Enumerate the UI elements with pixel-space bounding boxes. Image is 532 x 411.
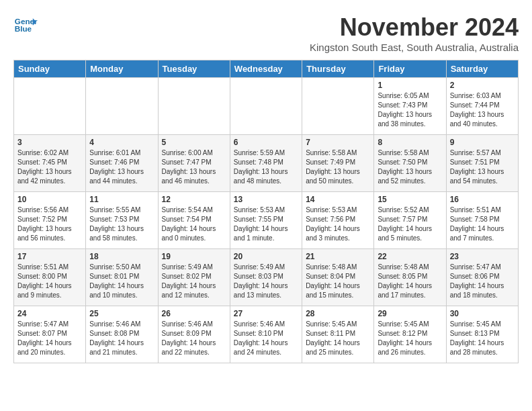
day-info: Sunrise: 5:46 AM Sunset: 8:08 PM Dayligh…	[89, 320, 154, 357]
calendar-table: SundayMondayTuesdayWednesdayThursdayFrid…	[13, 60, 519, 363]
calendar-cell: 10Sunrise: 5:56 AM Sunset: 7:52 PM Dayli…	[14, 192, 86, 249]
calendar-cell	[86, 78, 158, 135]
calendar-header-wednesday: Wednesday	[230, 60, 302, 78]
day-info: Sunrise: 5:59 AM Sunset: 7:48 PM Dayligh…	[234, 148, 298, 186]
calendar-week-row: 24Sunrise: 5:47 AM Sunset: 8:07 PM Dayli…	[14, 306, 519, 363]
location-subtitle: Kingston South East, South Australia, Au…	[310, 42, 519, 53]
page-header: General Blue November 2024 Kingston Sout…	[13, 13, 519, 53]
day-info: Sunrise: 5:51 AM Sunset: 8:00 PM Dayligh…	[17, 263, 82, 300]
calendar-cell: 17Sunrise: 5:51 AM Sunset: 8:00 PM Dayli…	[14, 249, 86, 306]
calendar-header-saturday: Saturday	[446, 60, 518, 78]
day-number: 12	[162, 195, 226, 204]
logo-icon: General Blue	[13, 13, 38, 38]
day-number: 29	[378, 309, 442, 318]
day-info: Sunrise: 5:47 AM Sunset: 8:06 PM Dayligh…	[450, 263, 515, 300]
day-number: 17	[17, 252, 82, 261]
calendar-cell: 29Sunrise: 5:45 AM Sunset: 8:12 PM Dayli…	[374, 306, 446, 363]
calendar-week-row: 3Sunrise: 6:02 AM Sunset: 7:45 PM Daylig…	[14, 135, 519, 192]
day-number: 28	[306, 309, 370, 318]
calendar-cell: 25Sunrise: 5:46 AM Sunset: 8:08 PM Dayli…	[86, 306, 158, 363]
day-number: 3	[17, 138, 82, 147]
title-section: November 2024 Kingston South East, South…	[310, 13, 519, 53]
day-number: 2	[450, 81, 515, 90]
day-info: Sunrise: 5:57 AM Sunset: 7:51 PM Dayligh…	[450, 148, 515, 186]
calendar-cell	[230, 78, 302, 135]
day-info: Sunrise: 5:56 AM Sunset: 7:52 PM Dayligh…	[17, 205, 82, 243]
day-number: 16	[450, 195, 515, 204]
calendar-cell	[14, 78, 86, 135]
calendar-cell	[302, 78, 374, 135]
day-info: Sunrise: 6:03 AM Sunset: 7:44 PM Dayligh…	[450, 91, 515, 129]
day-number: 23	[450, 252, 515, 261]
calendar-cell: 6Sunrise: 5:59 AM Sunset: 7:48 PM Daylig…	[230, 135, 302, 192]
calendar-cell	[158, 78, 230, 135]
calendar-cell: 2Sunrise: 6:03 AM Sunset: 7:44 PM Daylig…	[446, 78, 518, 135]
day-info: Sunrise: 5:53 AM Sunset: 7:55 PM Dayligh…	[234, 205, 298, 243]
day-info: Sunrise: 5:46 AM Sunset: 8:10 PM Dayligh…	[234, 320, 298, 357]
day-info: Sunrise: 5:45 AM Sunset: 8:12 PM Dayligh…	[378, 320, 442, 357]
calendar-cell: 11Sunrise: 5:55 AM Sunset: 7:53 PM Dayli…	[86, 192, 158, 249]
calendar-cell: 27Sunrise: 5:46 AM Sunset: 8:10 PM Dayli…	[230, 306, 302, 363]
calendar-header-thursday: Thursday	[302, 60, 374, 78]
day-number: 27	[234, 309, 298, 318]
day-number: 1	[378, 81, 442, 90]
calendar-week-row: 10Sunrise: 5:56 AM Sunset: 7:52 PM Dayli…	[14, 192, 519, 249]
day-info: Sunrise: 5:58 AM Sunset: 7:49 PM Dayligh…	[306, 148, 370, 186]
day-number: 15	[378, 195, 442, 204]
day-number: 11	[89, 195, 154, 204]
day-number: 7	[306, 138, 370, 147]
day-info: Sunrise: 5:48 AM Sunset: 8:05 PM Dayligh…	[378, 263, 442, 300]
calendar-cell: 16Sunrise: 5:51 AM Sunset: 7:58 PM Dayli…	[446, 192, 518, 249]
calendar-cell: 26Sunrise: 5:46 AM Sunset: 8:09 PM Dayli…	[158, 306, 230, 363]
calendar-cell: 28Sunrise: 5:45 AM Sunset: 8:11 PM Dayli…	[302, 306, 374, 363]
day-info: Sunrise: 5:58 AM Sunset: 7:50 PM Dayligh…	[378, 148, 442, 186]
calendar-cell: 30Sunrise: 5:45 AM Sunset: 8:13 PM Dayli…	[446, 306, 518, 363]
day-number: 22	[378, 252, 442, 261]
day-info: Sunrise: 5:51 AM Sunset: 7:58 PM Dayligh…	[450, 205, 515, 243]
calendar-cell: 7Sunrise: 5:58 AM Sunset: 7:49 PM Daylig…	[302, 135, 374, 192]
day-info: Sunrise: 5:55 AM Sunset: 7:53 PM Dayligh…	[89, 205, 154, 243]
day-info: Sunrise: 5:48 AM Sunset: 8:04 PM Dayligh…	[306, 263, 370, 300]
calendar-cell: 24Sunrise: 5:47 AM Sunset: 8:07 PM Dayli…	[14, 306, 86, 363]
day-info: Sunrise: 5:54 AM Sunset: 7:54 PM Dayligh…	[162, 205, 226, 243]
day-info: Sunrise: 6:02 AM Sunset: 7:45 PM Dayligh…	[17, 148, 82, 186]
day-info: Sunrise: 6:01 AM Sunset: 7:46 PM Dayligh…	[89, 148, 154, 186]
day-number: 19	[162, 252, 226, 261]
day-info: Sunrise: 5:47 AM Sunset: 8:07 PM Dayligh…	[17, 320, 82, 357]
logo: General Blue	[13, 13, 38, 38]
calendar-cell: 1Sunrise: 6:05 AM Sunset: 7:43 PM Daylig…	[374, 78, 446, 135]
calendar-cell: 9Sunrise: 5:57 AM Sunset: 7:51 PM Daylig…	[446, 135, 518, 192]
day-number: 14	[306, 195, 370, 204]
calendar-header-row: SundayMondayTuesdayWednesdayThursdayFrid…	[14, 60, 519, 78]
calendar-header-monday: Monday	[86, 60, 158, 78]
calendar-cell: 21Sunrise: 5:48 AM Sunset: 8:04 PM Dayli…	[302, 249, 374, 306]
calendar-header-tuesday: Tuesday	[158, 60, 230, 78]
calendar-cell: 8Sunrise: 5:58 AM Sunset: 7:50 PM Daylig…	[374, 135, 446, 192]
day-number: 18	[89, 252, 154, 261]
day-info: Sunrise: 5:46 AM Sunset: 8:09 PM Dayligh…	[162, 320, 226, 357]
calendar-cell: 23Sunrise: 5:47 AM Sunset: 8:06 PM Dayli…	[446, 249, 518, 306]
day-number: 4	[89, 138, 154, 147]
calendar-cell: 20Sunrise: 5:49 AM Sunset: 8:03 PM Dayli…	[230, 249, 302, 306]
calendar-cell: 18Sunrise: 5:50 AM Sunset: 8:01 PM Dayli…	[86, 249, 158, 306]
calendar-cell: 3Sunrise: 6:02 AM Sunset: 7:45 PM Daylig…	[14, 135, 86, 192]
calendar-header-sunday: Sunday	[14, 60, 86, 78]
month-title: November 2024	[310, 13, 519, 42]
day-number: 21	[306, 252, 370, 261]
day-number: 5	[162, 138, 226, 147]
day-info: Sunrise: 6:05 AM Sunset: 7:43 PM Dayligh…	[378, 91, 442, 129]
day-info: Sunrise: 5:49 AM Sunset: 8:02 PM Dayligh…	[162, 263, 226, 300]
calendar-week-row: 17Sunrise: 5:51 AM Sunset: 8:00 PM Dayli…	[14, 249, 519, 306]
day-info: Sunrise: 5:45 AM Sunset: 8:13 PM Dayligh…	[450, 320, 515, 357]
day-number: 13	[234, 195, 298, 204]
calendar-cell: 22Sunrise: 5:48 AM Sunset: 8:05 PM Dayli…	[374, 249, 446, 306]
svg-text:Blue: Blue	[15, 24, 32, 33]
day-number: 20	[234, 252, 298, 261]
day-number: 8	[378, 138, 442, 147]
day-info: Sunrise: 5:50 AM Sunset: 8:01 PM Dayligh…	[89, 263, 154, 300]
day-number: 25	[89, 309, 154, 318]
calendar-cell: 5Sunrise: 6:00 AM Sunset: 7:47 PM Daylig…	[158, 135, 230, 192]
calendar-cell: 13Sunrise: 5:53 AM Sunset: 7:55 PM Dayli…	[230, 192, 302, 249]
calendar-cell: 12Sunrise: 5:54 AM Sunset: 7:54 PM Dayli…	[158, 192, 230, 249]
calendar-cell: 19Sunrise: 5:49 AM Sunset: 8:02 PM Dayli…	[158, 249, 230, 306]
